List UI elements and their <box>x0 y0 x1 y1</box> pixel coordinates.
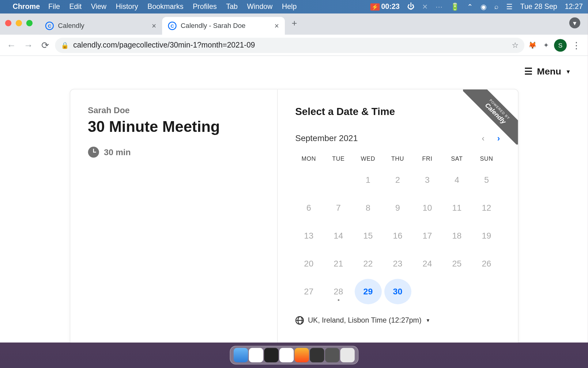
calendar-day-1: 1 <box>354 167 381 193</box>
close-window-button[interactable] <box>5 20 12 26</box>
dock-area <box>0 343 588 368</box>
status-icon-3[interactable]: ⋯ <box>435 2 443 11</box>
timezone-selector[interactable]: UK, Ireland, Lisbon Time (12:27pm) ▼ <box>295 316 500 325</box>
calendar-grid: MONTUEWEDTHUFRISATSUN1234567891011121314… <box>295 153 500 305</box>
calendar-day-23: 23 <box>384 251 411 276</box>
status-icon-2[interactable]: ✕ <box>422 2 428 11</box>
star-icon[interactable]: ☆ <box>512 40 518 50</box>
toolbar: ← → ⟳ 🔒 calendly.com/pagecollective/30mi… <box>0 35 588 56</box>
menu-bookmarks[interactable]: Bookmarks <box>147 2 183 11</box>
menu-help[interactable]: Help <box>282 2 296 11</box>
dock-finder[interactable] <box>233 348 248 362</box>
weekday-header: TUE <box>325 153 352 165</box>
weekday-header: MON <box>295 153 322 165</box>
calendar-day-8: 8 <box>354 195 381 220</box>
tab-overflow-icon[interactable]: ▾ <box>569 17 580 29</box>
address-bar[interactable]: 🔒 calendly.com/pagecollective/30min-1?mo… <box>55 37 525 53</box>
menu-window[interactable]: Window <box>247 2 273 11</box>
calendar-day-3: 3 <box>414 167 441 193</box>
battery-time: 00:23 <box>381 2 400 11</box>
avatar-initial: S <box>558 41 563 48</box>
url-text: calendly.com/pagecollective/30min-1?mont… <box>73 41 255 50</box>
host-name: Sarah Doe <box>88 105 259 115</box>
calendar-day-5: 5 <box>473 167 500 193</box>
control-center-icon[interactable]: ☰ <box>506 2 513 11</box>
duration-row: 30 min <box>88 147 259 158</box>
chrome-menu-button[interactable]: ⋮ <box>569 38 584 52</box>
page-menu-button[interactable]: ☰ Menu ▼ <box>524 66 571 77</box>
calendar-day-13: 13 <box>295 223 322 248</box>
weekday-header: FRI <box>414 153 441 165</box>
duration-text: 30 min <box>104 147 131 157</box>
weekday-header: SAT <box>443 153 470 165</box>
calendar-day-18: 18 <box>443 223 470 248</box>
status-icon-1[interactable]: ⏻ <box>407 2 414 11</box>
globe-icon <box>295 316 304 325</box>
calendar-day-4: 4 <box>443 167 470 193</box>
meeting-title: 30 Minute Meeting <box>88 118 259 136</box>
dock-app-1[interactable] <box>279 348 293 362</box>
battery-icon[interactable]: 🔋 <box>450 2 459 11</box>
tab-title: Calendly - Sarah Doe <box>181 22 245 30</box>
favicon-icon: C <box>45 21 54 30</box>
battery-status[interactable]: ⚡00:23 <box>370 2 400 11</box>
calendar-day-7: 7 <box>325 195 352 220</box>
minimize-window-button[interactable] <box>16 20 22 26</box>
reload-button[interactable]: ⟳ <box>38 38 52 52</box>
close-tab-icon[interactable]: × <box>274 21 279 30</box>
calendar-day-19: 19 <box>473 223 500 248</box>
dock-app-4[interactable] <box>325 348 339 362</box>
menu-view[interactable]: View <box>91 2 107 11</box>
user-icon[interactable]: ◉ <box>481 2 487 11</box>
browser-tab-1[interactable]: C Calendly × <box>40 17 162 35</box>
hamburger-icon: ☰ <box>524 66 533 77</box>
calendar-day-22: 22 <box>354 251 381 276</box>
extensions-button[interactable]: ✦ <box>541 40 552 51</box>
dock-terminal[interactable] <box>264 348 278 362</box>
back-button[interactable]: ← <box>4 38 19 52</box>
calendar-day-10: 10 <box>414 195 441 220</box>
tab-bar: C Calendly × C Calendly - Sarah Doe × + … <box>0 13 588 35</box>
month-label: September 2021 <box>295 133 358 143</box>
menubar-time[interactable]: 12:27 <box>565 2 583 11</box>
menu-profiles[interactable]: Profiles <box>193 2 217 11</box>
menu-file[interactable]: File <box>48 2 60 11</box>
menu-edit[interactable]: Edit <box>69 2 81 11</box>
powered-by-badge[interactable]: POWERED BY Calendly <box>463 90 518 145</box>
browser-tab-2[interactable]: C Calendly - Sarah Doe × <box>162 17 285 35</box>
calendar-day-6: 6 <box>295 195 322 220</box>
new-tab-button[interactable]: + <box>288 16 300 31</box>
calendar-day-27: 27 <box>295 279 322 304</box>
maximize-window-button[interactable] <box>26 20 33 26</box>
profile-avatar[interactable]: S <box>554 39 567 51</box>
lock-icon[interactable]: 🔒 <box>61 41 69 49</box>
calendar-day-29[interactable]: 29 <box>354 279 381 304</box>
close-tab-icon[interactable]: × <box>152 21 156 30</box>
calendar-day-20: 20 <box>295 251 322 276</box>
dock-chrome[interactable] <box>249 348 263 362</box>
calendar-day-16: 16 <box>384 223 411 248</box>
calendar-day-30[interactable]: 30 <box>384 279 411 304</box>
spotlight-icon[interactable]: ⌕ <box>494 2 499 11</box>
calendar-day-25: 25 <box>443 251 470 276</box>
dock-app-3[interactable] <box>310 348 324 362</box>
dock-app-2[interactable] <box>294 348 309 362</box>
weekday-header: SUN <box>473 153 500 165</box>
wifi-icon[interactable]: ⌃ <box>467 2 473 11</box>
chevron-down-icon: ▼ <box>426 318 430 323</box>
calendar-day-28: 28 <box>325 279 352 304</box>
menu-tab[interactable]: Tab <box>226 2 238 11</box>
extension-icon-1[interactable]: 🦊 <box>527 40 538 51</box>
menubar-date[interactable]: Tue 28 Sep <box>520 2 557 11</box>
calendar-day-11: 11 <box>443 195 470 220</box>
chevron-down-icon: ▼ <box>566 68 571 75</box>
calendar-day-9: 9 <box>384 195 411 220</box>
menu-label: Menu <box>537 66 561 77</box>
forward-button: → <box>21 38 36 52</box>
calendar-day-21: 21 <box>325 251 352 276</box>
dock-trash[interactable] <box>340 348 354 362</box>
dock <box>230 346 358 365</box>
menubar-app-name[interactable]: Chrome <box>13 2 40 11</box>
timezone-text: UK, Ireland, Lisbon Time (12:27pm) <box>308 316 421 325</box>
menu-history[interactable]: History <box>116 2 138 11</box>
